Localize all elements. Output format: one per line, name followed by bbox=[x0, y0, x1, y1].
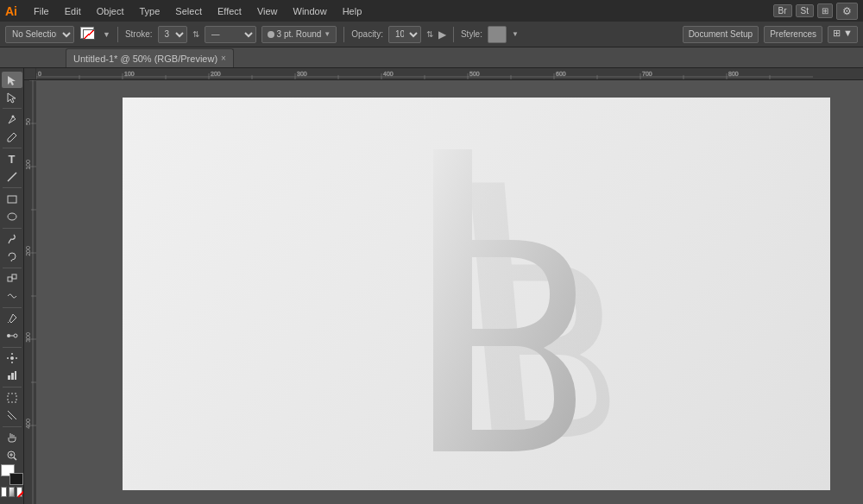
svg-text:50: 50 bbox=[25, 118, 31, 125]
menu-edit[interactable]: Edit bbox=[59, 4, 87, 18]
tool-separator-3 bbox=[3, 187, 22, 188]
tool-separator-8 bbox=[3, 387, 22, 387]
blend-btn[interactable] bbox=[2, 328, 22, 344]
stock-icon[interactable]: St bbox=[796, 4, 814, 17]
svg-point-11 bbox=[11, 362, 13, 363]
menu-help[interactable]: Help bbox=[337, 4, 369, 18]
ellipse-tool-btn[interactable] bbox=[2, 208, 22, 224]
ai-icon[interactable]: ⚙ bbox=[836, 3, 858, 20]
svg-point-3 bbox=[8, 213, 16, 220]
svg-text:400: 400 bbox=[25, 419, 31, 429]
text-tool-btn[interactable]: T bbox=[2, 151, 22, 167]
style-swatch[interactable] bbox=[488, 26, 507, 43]
pen-tool-btn[interactable] bbox=[2, 111, 22, 128]
svg-point-0 bbox=[11, 115, 14, 117]
svg-rect-15 bbox=[11, 373, 14, 380]
style-label: Style: bbox=[461, 29, 482, 39]
tab-close-button[interactable]: × bbox=[221, 54, 226, 63]
eyedropper-btn[interactable] bbox=[2, 311, 22, 327]
menu-type[interactable]: Type bbox=[134, 4, 167, 18]
document-setup-button[interactable]: Document Setup bbox=[683, 26, 759, 43]
tool-separator-5 bbox=[3, 268, 22, 268]
svg-text:200: 200 bbox=[211, 71, 221, 77]
arrow-icon: ▼ bbox=[103, 30, 110, 39]
svg-text:800: 800 bbox=[728, 71, 739, 77]
stroke-arrows[interactable]: ⇅ bbox=[192, 29, 199, 39]
svg-rect-2 bbox=[8, 196, 16, 203]
fill-stroke-swatches: ▼ bbox=[79, 26, 110, 43]
tool-separator-6 bbox=[3, 307, 22, 308]
menu-object[interactable]: Object bbox=[91, 4, 130, 18]
gradient-btn[interactable] bbox=[9, 487, 15, 497]
svg-line-18 bbox=[8, 411, 16, 419]
opacity-expand[interactable]: ▶ bbox=[438, 28, 446, 41]
menu-window[interactable]: Window bbox=[287, 4, 333, 18]
opacity-label: Opacity: bbox=[351, 29, 383, 39]
line-tool-btn[interactable] bbox=[2, 168, 22, 185]
svg-line-1 bbox=[8, 173, 16, 181]
b-logo bbox=[425, 141, 614, 469]
svg-text:100: 100 bbox=[124, 71, 135, 77]
svg-line-19 bbox=[8, 415, 12, 419]
tool-separator-7 bbox=[3, 347, 22, 348]
selection-dropdown[interactable]: No Selection bbox=[5, 26, 74, 43]
selection-tool-btn[interactable] bbox=[2, 72, 22, 88]
opacity-arrows[interactable]: ⇅ bbox=[426, 29, 433, 39]
sep1 bbox=[117, 27, 118, 42]
svg-text:300: 300 bbox=[297, 71, 307, 77]
sep3 bbox=[453, 27, 454, 42]
graph-btn[interactable] bbox=[2, 368, 22, 384]
workspace-icon[interactable]: ⊞ bbox=[817, 3, 833, 18]
svg-rect-5 bbox=[12, 274, 16, 279]
none-btn[interactable] bbox=[16, 487, 22, 497]
svg-text:600: 600 bbox=[556, 71, 566, 77]
svg-text:300: 300 bbox=[25, 332, 31, 343]
fill-stroke-colors[interactable] bbox=[1, 464, 23, 485]
artboard-btn[interactable] bbox=[2, 390, 22, 406]
stroke-profile-dropdown[interactable]: — bbox=[205, 26, 256, 43]
rect-tool-btn[interactable] bbox=[2, 191, 22, 207]
menu-effect[interactable]: Effect bbox=[211, 4, 248, 18]
svg-rect-4 bbox=[8, 277, 12, 281]
opacity-input[interactable]: 100% bbox=[388, 26, 421, 43]
rotate-btn[interactable] bbox=[2, 248, 22, 264]
document-tab[interactable]: Untitled-1* @ 50% (RGB/Preview) × bbox=[66, 48, 234, 67]
stroke-style-dropdown[interactable]: 3 pt. Round ▼ bbox=[261, 26, 337, 43]
zoom-btn[interactable] bbox=[2, 447, 22, 463]
ruler-horizontal: 0 100 200 300 400 500 600 700 80 bbox=[24, 68, 863, 80]
app-logo: Ai bbox=[5, 4, 17, 18]
style-arrow[interactable]: ▼ bbox=[512, 30, 519, 38]
color-mode-buttons bbox=[1, 487, 23, 499]
svg-text:200: 200 bbox=[25, 246, 31, 256]
solid-color-btn[interactable] bbox=[1, 487, 7, 497]
sep2 bbox=[343, 27, 344, 42]
menu-select[interactable]: Select bbox=[169, 4, 208, 18]
paintbrush-btn[interactable] bbox=[2, 230, 22, 247]
svg-point-13 bbox=[16, 357, 17, 359]
stroke-label: Stroke: bbox=[125, 29, 153, 39]
svg-point-12 bbox=[7, 357, 9, 359]
menu-file[interactable]: File bbox=[28, 4, 55, 18]
symbol-btn[interactable] bbox=[2, 350, 22, 367]
dropdown-arrow: ▼ bbox=[324, 30, 331, 38]
svg-line-21 bbox=[14, 457, 16, 460]
preferences-button[interactable]: Preferences bbox=[764, 26, 822, 43]
menu-view[interactable]: View bbox=[251, 4, 284, 18]
svg-text:100: 100 bbox=[25, 160, 31, 170]
arrange-icon[interactable]: ⊞ ▼ bbox=[828, 26, 858, 43]
scale-btn[interactable] bbox=[2, 270, 22, 287]
slice-btn[interactable] bbox=[2, 407, 22, 424]
tab-title: Untitled-1* @ 50% (RGB/Preview) bbox=[73, 54, 217, 64]
text-icon: T bbox=[9, 153, 16, 166]
tool-separator-4 bbox=[3, 228, 22, 229]
direct-selection-btn[interactable] bbox=[2, 89, 22, 105]
svg-rect-14 bbox=[8, 375, 10, 380]
pencil-tool-btn[interactable] bbox=[2, 129, 22, 145]
stroke-weight-input[interactable]: 3125 bbox=[158, 26, 187, 43]
warp-btn[interactable] bbox=[2, 288, 22, 305]
svg-rect-53 bbox=[24, 80, 36, 504]
canvas-background bbox=[36, 80, 863, 504]
bridge-icon[interactable]: Br bbox=[773, 4, 792, 17]
hand-btn[interactable] bbox=[2, 430, 22, 446]
tool-separator-9 bbox=[3, 426, 22, 427]
